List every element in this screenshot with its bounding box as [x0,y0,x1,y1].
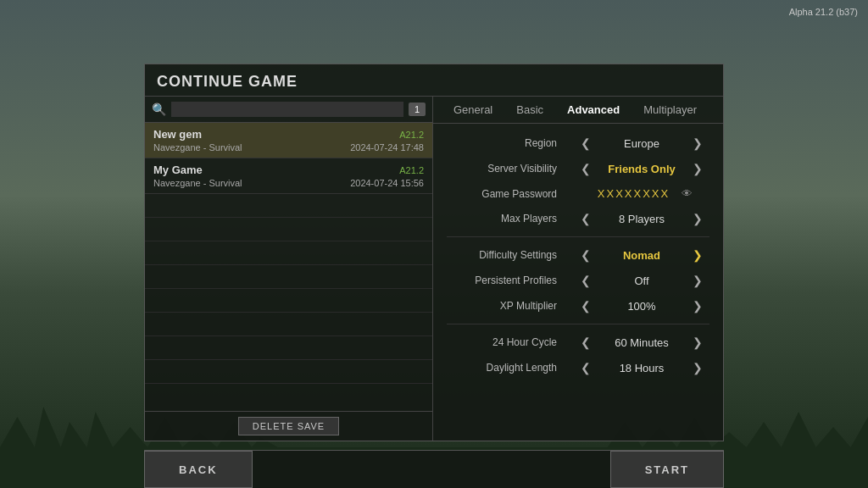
hour-cycle-next-button[interactable]: ❯ [689,336,706,349]
server-visibility-value: Friends Only [599,163,684,175]
empty-row [145,360,432,384]
daylight-length-prev-button[interactable]: ❮ [577,361,594,374]
persistent-profiles-value: Off [599,274,684,287]
daylight-length-value: 18 Hours [599,362,684,374]
xp-multiplier-setting: XP Multiplier ❮ 100% ❯ [433,293,723,319]
server-visibility-control: ❮ Friends Only ❯ [574,162,709,175]
list-footer: DELETE SAVE [145,411,432,441]
max-players-prev-button[interactable]: ❮ [577,212,594,225]
hour-cycle-prev-button[interactable]: ❮ [577,336,594,349]
back-button[interactable]: BACK [144,451,253,488]
game-subtitle: Navezgane - Survival 2024-07-24 15:56 [153,178,424,188]
hour-cycle-setting: 24 Hour Cycle ❮ 60 Minutes ❯ [433,330,723,355]
xp-multiplier-control: ❮ 100% ❯ [574,299,709,313]
xp-multiplier-label: XP Multiplier [447,300,557,312]
tab-multiplayer[interactable]: Multiplayer [632,97,709,123]
show-password-icon[interactable]: 👁 [682,187,693,200]
tabs: General Basic Advanced Multiplayer [433,97,723,124]
hour-cycle-value: 60 Minutes [599,336,684,349]
game-date: 2024-07-24 15:56 [350,178,424,188]
daylight-length-label: Daylight Length [447,362,557,374]
divider [447,236,709,237]
search-icon: 🔍 [152,103,166,116]
game-version: A21.2 [399,165,424,175]
game-password-label: Game Password [447,188,557,200]
persistent-profiles-prev-button[interactable]: ❮ [577,274,594,287]
settings-content: Region ❮ Europe ❯ Server Visibility ❮ Fr… [433,124,723,441]
region-setting: Region ❮ Europe ❯ [433,130,723,156]
persistent-profiles-setting: Persistent Profiles ❮ Off ❯ [433,268,723,293]
game-version: A21.2 [399,130,424,140]
region-value: Europe [599,137,684,150]
max-players-value: 8 Players [599,213,684,225]
region-control: ❮ Europe ❯ [574,136,709,150]
xp-multiplier-value: 100% [599,300,684,313]
empty-row [145,336,432,360]
game-item[interactable]: My Game A21.2 Navezgane - Survival 2024-… [145,158,432,194]
game-password-setting: Game Password XXXXXXXX 👁 [433,181,723,206]
search-input[interactable] [171,102,403,117]
empty-row [145,289,432,313]
game-item-header: My Game A21.2 [153,164,424,176]
xp-multiplier-next-button[interactable]: ❯ [689,299,706,313]
difficulty-value: Nomad [599,249,684,262]
region-next-button[interactable]: ❯ [689,136,706,150]
empty-row [145,194,432,218]
persistent-profiles-next-button[interactable]: ❯ [689,274,706,287]
game-password-value: XXXXXXXX [592,187,676,200]
region-prev-button[interactable]: ❮ [577,136,594,150]
region-label: Region [447,137,557,149]
max-players-next-button[interactable]: ❯ [689,212,706,225]
max-players-label: Max Players [447,213,557,225]
tab-advanced[interactable]: Advanced [555,97,632,123]
game-mode: Navezgane - Survival [153,142,242,152]
difficulty-control: ❮ Nomad ❯ [574,248,709,262]
xp-multiplier-prev-button[interactable]: ❮ [577,299,594,313]
difficulty-next-button[interactable]: ❯ [689,248,706,262]
daylight-length-setting: Daylight Length ❮ 18 Hours ❯ [433,355,723,380]
difficulty-label: Difficulty Settings [447,249,557,261]
divider [447,324,709,324]
daylight-length-control: ❮ 18 Hours ❯ [574,361,709,374]
game-list-section: 🔍 1 New gem A21.2 Navezgane - Survival 2… [145,97,433,441]
persistent-profiles-control: ❮ Off ❯ [574,274,709,287]
game-list: New gem A21.2 Navezgane - Survival 2024-… [145,123,432,411]
page-title: CONTINUE GAME [145,64,723,97]
game-subtitle: Navezgane - Survival 2024-07-24 17:48 [153,142,424,152]
game-name: My Game [153,164,203,176]
difficulty-setting: Difficulty Settings ❮ Nomad ❯ [433,242,723,268]
game-item-header: New gem A21.2 [153,128,424,141]
game-date: 2024-07-24 17:48 [350,142,424,152]
daylight-length-next-button[interactable]: ❯ [689,361,706,374]
difficulty-prev-button[interactable]: ❮ [577,248,594,262]
max-players-control: ❮ 8 Players ❯ [574,212,709,225]
tab-basic[interactable]: Basic [504,97,555,123]
hour-cycle-label: 24 Hour Cycle [447,336,557,348]
server-visibility-next-button[interactable]: ❯ [689,162,706,175]
search-bar: 🔍 1 [145,97,432,123]
game-password-control: XXXXXXXX 👁 [574,187,709,200]
version-label: Alpha 21.2 (b37) [789,7,858,17]
empty-row [145,241,432,265]
start-button[interactable]: START [610,451,724,488]
content-area: 🔍 1 New gem A21.2 Navezgane - Survival 2… [145,97,723,441]
game-item[interactable]: New gem A21.2 Navezgane - Survival 2024-… [145,123,432,158]
tab-general[interactable]: General [442,97,504,123]
persistent-profiles-label: Persistent Profiles [447,274,557,286]
delete-save-button[interactable]: DELETE SAVE [238,417,339,435]
max-players-setting: Max Players ❮ 8 Players ❯ [433,206,723,231]
empty-row [145,313,432,336]
server-visibility-prev-button[interactable]: ❮ [577,162,594,175]
server-visibility-label: Server Visibility [447,163,557,175]
server-visibility-setting: Server Visibility ❮ Friends Only ❯ [433,156,723,181]
hour-cycle-control: ❮ 60 Minutes ❯ [574,336,709,349]
page-number: 1 [409,103,426,116]
game-name: New gem [153,128,202,141]
bottom-bar: BACK START [144,450,724,488]
empty-row [145,265,432,289]
game-mode: Navezgane - Survival [153,178,242,188]
main-panel: CONTINUE GAME 🔍 1 New gem A21.2 Navezgan… [144,64,724,441]
settings-section: General Basic Advanced Multiplayer Regio… [433,97,723,441]
empty-row [145,218,432,241]
